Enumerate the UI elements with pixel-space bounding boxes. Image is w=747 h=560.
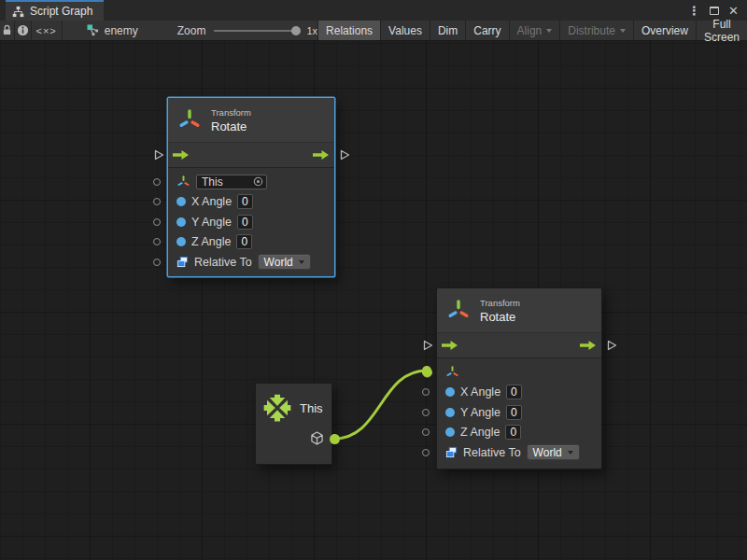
- window-menu-icon[interactable]: ⋮: [688, 5, 700, 17]
- value-port-connected[interactable]: [422, 367, 432, 377]
- flow-arrow-out-icon: [580, 340, 597, 351]
- value-port[interactable]: [153, 218, 161, 226]
- node-title: Rotate: [480, 310, 520, 324]
- value-port[interactable]: [422, 449, 430, 456]
- row-label: Y Angle: [460, 406, 500, 419]
- this-icon: [263, 394, 291, 422]
- value-port[interactable]: [153, 198, 161, 205]
- number-port-icon: [445, 408, 455, 417]
- wire-layer: [0, 41, 747, 560]
- row-label: Y Angle: [191, 216, 232, 229]
- zoom-label: Zoom: [177, 24, 206, 37]
- value-port[interactable]: [153, 259, 161, 266]
- row-label: X Angle: [191, 195, 232, 208]
- x-angle-input[interactable]: 0: [506, 385, 522, 399]
- edit-graph-button[interactable]: <×>: [32, 21, 63, 40]
- node-header[interactable]: Transform Rotate: [437, 288, 601, 332]
- info-icon: [17, 24, 29, 36]
- target-field-value: This: [202, 175, 223, 189]
- value-port[interactable]: [422, 388, 430, 396]
- row-label: Relative To: [463, 446, 521, 459]
- flow-arrow-in-icon: [442, 340, 458, 351]
- target-field[interactable]: This: [196, 175, 267, 189]
- z-angle-input[interactable]: 0: [505, 425, 521, 440]
- title-bar: Script Graph ⋮ ✕: [0, 0, 747, 21]
- fullscreen-button[interactable]: Full Screen: [696, 21, 747, 40]
- number-port-icon: [176, 217, 186, 227]
- value-port[interactable]: [422, 428, 430, 436]
- node-this[interactable]: This: [255, 383, 332, 465]
- node-rotate-connected[interactable]: Transform Rotate X Angle 0: [436, 287, 602, 469]
- relative-to-dropdown[interactable]: World: [258, 254, 311, 270]
- this-node-label: This: [300, 401, 323, 415]
- dropdown-arrow-icon: [299, 260, 304, 264]
- lock-button[interactable]: [0, 21, 15, 40]
- node-category: Transform: [480, 298, 520, 308]
- object-picker-icon[interactable]: [253, 176, 263, 187]
- node-category: Transform: [211, 107, 251, 118]
- number-port-icon: [445, 427, 455, 437]
- transform-icon: [446, 298, 471, 324]
- overview-button[interactable]: Overview: [633, 21, 696, 40]
- row-label: X Angle: [460, 385, 500, 399]
- zoom-slider-handle[interactable]: [291, 26, 301, 35]
- this-output-port[interactable]: [330, 434, 340, 444]
- dropdown-arrow-icon: [620, 29, 626, 33]
- port-row-y-angle: Y Angle 0: [176, 212, 326, 232]
- values-button[interactable]: Values: [380, 21, 430, 40]
- transform-type-icon: [445, 365, 459, 380]
- info-button[interactable]: [15, 21, 32, 40]
- flow-arrow-out-icon: [313, 149, 330, 161]
- port-row-z-angle: Z Angle 0: [445, 423, 593, 443]
- dim-button[interactable]: Dim: [430, 21, 465, 40]
- flow-input-port[interactable]: [422, 340, 433, 351]
- flow-input-port[interactable]: [153, 149, 164, 161]
- port-row-z-angle: Z Angle 0: [176, 232, 326, 253]
- flow-output-port[interactable]: [339, 149, 350, 161]
- port-row-y-angle: Y Angle 0: [445, 402, 593, 423]
- port-row-x-angle: X Angle 0: [445, 383, 593, 403]
- connection-wire[interactable]: [334, 371, 427, 439]
- close-icon[interactable]: ✕: [728, 5, 739, 17]
- zoom-value: 1x: [306, 25, 317, 36]
- graph-breadcrumb[interactable]: enemy: [87, 21, 138, 40]
- carry-button[interactable]: Carry: [465, 21, 508, 40]
- dropdown-value: World: [533, 446, 562, 459]
- align-button[interactable]: Align: [509, 21, 560, 40]
- distribute-label: Distribute: [568, 24, 615, 37]
- script-graph-icon: [12, 6, 24, 18]
- node-title: Rotate: [211, 119, 251, 133]
- row-label: Relative To: [194, 256, 252, 269]
- port-row-target: [445, 362, 593, 383]
- distribute-button[interactable]: Distribute: [559, 21, 633, 40]
- row-label: Z Angle: [460, 426, 500, 439]
- zoom-slider[interactable]: [214, 30, 298, 32]
- graph-node-icon: [87, 24, 99, 36]
- node-body: This X Angle 0 Y Angle 0: [168, 168, 334, 280]
- port-row-relative-to: Relative To World: [176, 252, 326, 273]
- port-row-target: This: [176, 172, 326, 192]
- maximize-icon[interactable]: [710, 7, 719, 15]
- tab-script-graph[interactable]: Script Graph: [6, 0, 104, 21]
- flow-output-port[interactable]: [606, 340, 617, 351]
- z-angle-input[interactable]: 0: [236, 234, 252, 249]
- graph-name: enemy: [105, 24, 138, 37]
- lock-icon: [2, 24, 12, 36]
- x-angle-input[interactable]: 0: [237, 194, 253, 209]
- node-rotate-selected[interactable]: Transform Rotate This: [167, 97, 335, 277]
- script-graph-window: Script Graph ⋮ ✕ <×> enemy Zoom 1x: [0, 0, 747, 560]
- graph-canvas[interactable]: Transform Rotate This: [0, 41, 747, 560]
- relative-to-dropdown[interactable]: World: [527, 444, 580, 460]
- relations-button[interactable]: Relations: [317, 21, 380, 40]
- value-port[interactable]: [422, 409, 430, 416]
- number-port-icon: [176, 197, 186, 206]
- value-port[interactable]: [153, 238, 161, 245]
- value-port[interactable]: [153, 178, 161, 186]
- node-header[interactable]: Transform Rotate: [168, 98, 334, 142]
- y-angle-input[interactable]: 0: [237, 215, 253, 230]
- number-port-icon: [445, 387, 455, 397]
- y-angle-input[interactable]: 0: [506, 405, 522, 420]
- dropdown-value: World: [264, 256, 293, 269]
- code-brackets-icon: <×>: [35, 25, 56, 36]
- number-port-icon: [176, 237, 186, 246]
